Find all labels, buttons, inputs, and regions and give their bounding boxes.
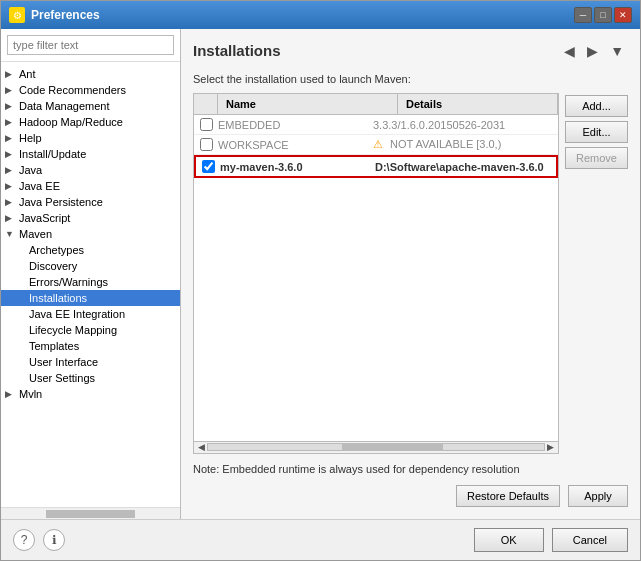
sidebar-item-help[interactable]: ▶ Help — [1, 130, 180, 146]
preferences-window: ⚙ Preferences ─ □ ✕ ▶ Ant ▶ Code Recomme… — [0, 0, 641, 561]
table-header: Name Details — [194, 94, 558, 115]
info-button[interactable]: ℹ — [43, 529, 65, 551]
sidebar-item-errors-warnings[interactable]: Errors/Warnings — [1, 274, 180, 290]
sidebar-item-maven[interactable]: ▼ Maven — [1, 226, 180, 242]
nav-dropdown-button[interactable]: ▼ — [606, 41, 628, 61]
sidebar-item-hadoop[interactable]: ▶ Hadoop Map/Reduce — [1, 114, 180, 130]
tree-arrow: ▶ — [5, 101, 19, 111]
table-row-selected[interactable]: my-maven-3.6.0 D:\Software\apache-maven-… — [194, 155, 558, 178]
warning-icon: ⚠ — [373, 138, 383, 150]
tree-arrow: ▶ — [5, 389, 19, 399]
sidebar-item-installations[interactable]: Installations — [1, 290, 180, 306]
sidebar: ▶ Ant ▶ Code Recommenders ▶ Data Managem… — [1, 29, 181, 519]
minimize-button[interactable]: ─ — [574, 7, 592, 23]
cancel-button[interactable]: Cancel — [552, 528, 628, 552]
row-checkbox[interactable] — [196, 160, 220, 173]
scroll-right-arrow[interactable]: ▶ — [545, 442, 556, 452]
sidebar-item-javascript[interactable]: ▶ JavaScript — [1, 210, 180, 226]
footer: ? ℹ OK Cancel — [1, 519, 640, 560]
sidebar-item-label: Java EE — [19, 180, 176, 192]
table-row[interactable]: EMBEDDED 3.3.3/1.6.0.20150526-2031 — [194, 115, 558, 135]
panel-title: Installations — [193, 42, 281, 59]
sidebar-item-archetypes[interactable]: Archetypes — [1, 242, 180, 258]
sidebar-item-install-update[interactable]: ▶ Install/Update — [1, 146, 180, 162]
tree-arrow: ▶ — [5, 69, 19, 79]
scrollbar-track[interactable] — [207, 443, 545, 451]
sidebar-item-code-recommenders[interactable]: ▶ Code Recommenders — [1, 82, 180, 98]
row-name: WORKSPACE — [218, 139, 373, 151]
sidebar-item-label: User Interface — [29, 356, 176, 368]
row-name: EMBEDDED — [218, 119, 373, 131]
table-button-panel: Add... Edit... Remove — [565, 93, 628, 454]
sidebar-item-label: User Settings — [29, 372, 176, 384]
sidebar-item-discovery[interactable]: Discovery — [1, 258, 180, 274]
row-checkbox[interactable] — [194, 118, 218, 131]
row-details: 3.3.3/1.6.0.20150526-2031 — [373, 119, 558, 131]
sidebar-scrollbar[interactable] — [1, 507, 180, 519]
sidebar-item-label: Lifecycle Mapping — [29, 324, 176, 336]
sidebar-item-label: Help — [19, 132, 176, 144]
sidebar-item-ant[interactable]: ▶ Ant — [1, 66, 180, 82]
restore-defaults-button[interactable]: Restore Defaults — [456, 485, 560, 507]
sidebar-item-mvln[interactable]: ▶ Mvln — [1, 386, 180, 402]
help-button[interactable]: ? — [13, 529, 35, 551]
row-name: my-maven-3.6.0 — [220, 161, 375, 173]
apply-button[interactable]: Apply — [568, 485, 628, 507]
sidebar-item-java-ee[interactable]: ▶ Java EE — [1, 178, 180, 194]
tree-arrow: ▶ — [5, 117, 19, 127]
table-row[interactable]: WORKSPACE ⚠ NOT AVAILABLE [3.0,) — [194, 135, 558, 155]
title-bar: ⚙ Preferences ─ □ ✕ — [1, 1, 640, 29]
table-area: Name Details EMBEDDED 3.3.3/1.6.0.201505… — [193, 93, 628, 454]
remove-button[interactable]: Remove — [565, 147, 628, 169]
nav-bar: ◀ ▶ ▼ — [560, 41, 628, 61]
nav-back-button[interactable]: ◀ — [560, 41, 579, 61]
filter-input[interactable] — [7, 35, 174, 55]
sidebar-item-label: Data Management — [19, 100, 176, 112]
edit-button[interactable]: Edit... — [565, 121, 628, 143]
sidebar-item-java-ee-integration[interactable]: Java EE Integration — [1, 306, 180, 322]
title-buttons: ─ □ ✕ — [574, 7, 632, 23]
my-maven-checkbox[interactable] — [202, 160, 215, 173]
sidebar-item-java[interactable]: ▶ Java — [1, 162, 180, 178]
sidebar-item-label: JavaScript — [19, 212, 176, 224]
th-details: Details — [398, 94, 558, 114]
maximize-button[interactable]: □ — [594, 7, 612, 23]
note-area: Note: Embedded runtime is always used fo… — [193, 462, 628, 477]
workspace-checkbox[interactable] — [200, 138, 213, 151]
filter-box — [1, 29, 180, 62]
footer-buttons: OK Cancel — [474, 528, 628, 552]
sidebar-item-label: Discovery — [29, 260, 176, 272]
add-button[interactable]: Add... — [565, 95, 628, 117]
sidebar-item-templates[interactable]: Templates — [1, 338, 180, 354]
nav-forward-button[interactable]: ▶ — [583, 41, 602, 61]
sidebar-item-user-settings[interactable]: User Settings — [1, 370, 180, 386]
sidebar-item-label: Ant — [19, 68, 176, 80]
sidebar-item-label: Archetypes — [29, 244, 176, 256]
tree-arrow: ▶ — [5, 149, 19, 159]
sidebar-item-user-interface[interactable]: User Interface — [1, 354, 180, 370]
close-button[interactable]: ✕ — [614, 7, 632, 23]
sidebar-item-label: Installations — [29, 292, 176, 304]
tree-arrow: ▶ — [5, 197, 19, 207]
tree-arrow: ▶ — [5, 133, 19, 143]
table-body: EMBEDDED 3.3.3/1.6.0.20150526-2031 WORKS… — [194, 115, 558, 441]
sidebar-item-lifecycle-mapping[interactable]: Lifecycle Mapping — [1, 322, 180, 338]
row-checkbox[interactable] — [194, 138, 218, 151]
sidebar-item-data-management[interactable]: ▶ Data Management — [1, 98, 180, 114]
window-icon: ⚙ — [9, 7, 25, 23]
tree-arrow: ▶ — [5, 181, 19, 191]
th-name: Name — [218, 94, 398, 114]
sidebar-item-label: Errors/Warnings — [29, 276, 176, 288]
scroll-left-arrow[interactable]: ◀ — [196, 442, 207, 452]
window-title: Preferences — [31, 8, 100, 22]
installations-table: Name Details EMBEDDED 3.3.3/1.6.0.201505… — [193, 93, 559, 454]
sidebar-item-label: Maven — [19, 228, 176, 240]
tree-arrow: ▶ — [5, 85, 19, 95]
ok-button[interactable]: OK — [474, 528, 544, 552]
sidebar-item-label: Java EE Integration — [29, 308, 176, 320]
sidebar-item-label: Install/Update — [19, 148, 176, 160]
embedded-checkbox[interactable] — [200, 118, 213, 131]
sidebar-item-label: Templates — [29, 340, 176, 352]
sidebar-item-java-persistence[interactable]: ▶ Java Persistence — [1, 194, 180, 210]
horizontal-scrollbar[interactable]: ◀ ▶ — [194, 441, 558, 453]
